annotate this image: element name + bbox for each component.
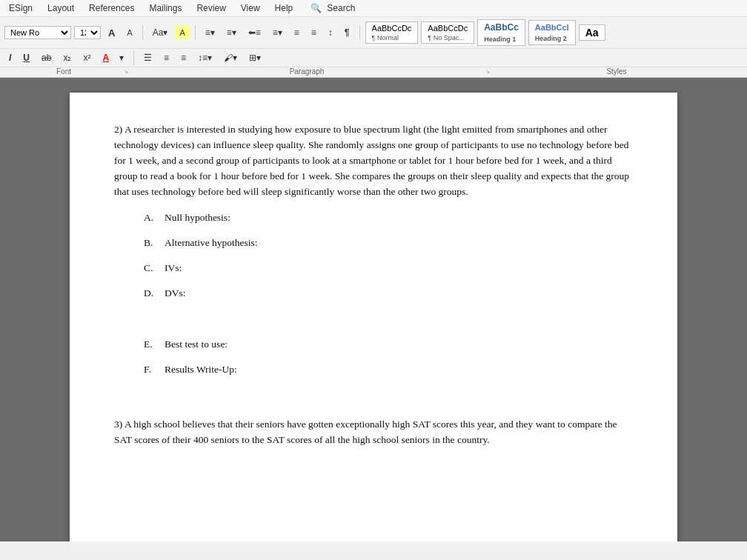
font-color-group: A ▾ <box>98 50 128 65</box>
break-3 <box>114 402 633 417</box>
menu-search[interactable]: Search <box>324 1 358 15</box>
menu-bar: ESign Layout References Mailings Review … <box>0 0 747 17</box>
styles-panel: AaBbCcDc ¶ Normal AaBbCcDc ¶ No Spac... … <box>365 19 743 46</box>
bullets-button[interactable]: ≡▾ <box>201 25 219 40</box>
break-1 <box>114 312 633 327</box>
menu-layout[interactable]: Layout <box>44 1 77 15</box>
align-right-button[interactable]: ≡ <box>159 50 173 65</box>
paragraph-mark-button[interactable]: ¶ <box>340 25 354 40</box>
numbering-button[interactable]: ≡▾ <box>222 25 241 40</box>
menu-esign[interactable]: ESign <box>6 1 36 15</box>
menu-references[interactable]: References <box>86 1 137 15</box>
font-section-label: Font <box>4 67 123 76</box>
sep2 <box>195 25 196 40</box>
align-justify-button[interactable]: ☰ <box>139 50 156 65</box>
q2-f-text: Results Write-Up: <box>165 362 237 377</box>
q2-e-text: Best test to use: <box>165 337 228 352</box>
ribbon-row1: New Ro 12 A A Aa▾ A ≡▾ ≡▾ ⬅≡ ≡▾ ≡ ≡ ↕ ¶ … <box>0 17 747 49</box>
indent-right-button[interactable]: ≡▾ <box>268 25 287 40</box>
q2-d-text: DVs: <box>165 286 186 301</box>
menu-view[interactable]: View <box>238 1 263 15</box>
superscript-button[interactable]: x² <box>79 50 95 65</box>
style-heading1[interactable]: AaBbCc Heading 1 <box>477 19 525 46</box>
q2-item-d: D. DVs: <box>144 286 633 301</box>
search-area: 🔍 Search <box>311 1 358 15</box>
indent-left-button[interactable]: ⬅≡ <box>244 25 265 40</box>
q2-d-label: D. <box>144 286 159 301</box>
shrink-font-button[interactable]: A <box>122 26 136 39</box>
q2-f-label: F. <box>144 362 159 377</box>
sep3 <box>359 25 360 40</box>
highlight-button[interactable]: A <box>175 26 189 39</box>
subscript-button[interactable]: x₂ <box>59 50 76 65</box>
font-color-dropdown[interactable]: ▾ <box>115 50 128 65</box>
ribbon-labels: Font ↘ Paragraph ↘ Styles <box>0 67 747 78</box>
q2-item-e: E. Best test to use: <box>144 337 633 352</box>
paragraph-section-label: Paragraph <box>129 67 485 76</box>
shading-button[interactable]: 🖌▾ <box>219 50 242 65</box>
style-title[interactable]: Aa <box>579 24 605 41</box>
ribbon-row2: I U ab x₂ x² A ▾ ☰ ≡ ≡ ↕≡▾ 🖌▾ ⊞▾ <box>0 49 747 67</box>
styles-section-label: Styles <box>491 67 743 76</box>
q2-paragraph: 2) A researcher is interested in studyin… <box>114 122 633 200</box>
q2-a-label: A. <box>144 210 159 225</box>
q2-b-text: Alternative hypothesis: <box>165 236 258 250</box>
document-page[interactable]: 2) A researcher is interested in studyin… <box>70 93 677 541</box>
sep1 <box>142 25 143 40</box>
font-case-button[interactable]: Aa▾ <box>148 25 173 40</box>
q2-item-f: F. Results Write-Up: <box>144 362 633 377</box>
q2-c-label: C. <box>144 261 159 276</box>
font-color-button[interactable]: A <box>98 50 113 65</box>
q2-text: 2) A researcher is interested in studyin… <box>114 124 629 197</box>
style-heading2[interactable]: AaBbCcI Heading 2 <box>528 20 576 45</box>
q2-c-text: IVs: <box>165 261 182 276</box>
grow-font-button[interactable]: A <box>104 25 119 41</box>
document-wrapper: 2) A researcher is interested in studyin… <box>0 78 747 541</box>
font-size-select[interactable]: 12 <box>74 26 101 39</box>
italic-button[interactable]: I <box>4 50 16 65</box>
border-button[interactable]: ⊞▾ <box>245 50 265 65</box>
q2-item-a: A. Null hypothesis: <box>144 210 633 225</box>
q2-b-label: B. <box>144 236 159 250</box>
q3-text: 3) A high school believes that their sen… <box>114 419 617 445</box>
strikethrough-button[interactable]: ab <box>37 50 56 65</box>
align-left-button[interactable]: ≡ <box>290 25 304 40</box>
font-name-select[interactable]: New Ro <box>4 26 71 39</box>
q2-item-b: B. Alternative hypothesis: <box>144 236 633 250</box>
style-normal[interactable]: AaBbCcDc ¶ Normal <box>365 21 419 44</box>
style-no-spacing[interactable]: AaBbCcDc ¶ No Spac... <box>421 21 474 44</box>
sep4 <box>133 50 134 65</box>
menu-mailings[interactable]: Mailings <box>146 1 185 15</box>
menu-help[interactable]: Help <box>272 1 296 15</box>
align-dist-button[interactable]: ≡ <box>176 50 190 65</box>
q2-e-label: E. <box>144 337 159 352</box>
menu-review[interactable]: Review <box>193 1 228 15</box>
underline-button[interactable]: U <box>19 50 34 65</box>
sort-button[interactable]: ↕ <box>324 25 337 40</box>
align-center-button[interactable]: ≡ <box>307 25 321 40</box>
line-spacing-button[interactable]: ↕≡▾ <box>193 50 216 65</box>
q3-paragraph: 3) A high school believes that their sen… <box>114 417 633 448</box>
break-2 <box>114 387 633 402</box>
q2-item-c: C. IVs: <box>144 261 633 276</box>
q2-a-text: Null hypothesis: <box>165 210 230 225</box>
search-icon: 🔍 <box>311 3 322 13</box>
